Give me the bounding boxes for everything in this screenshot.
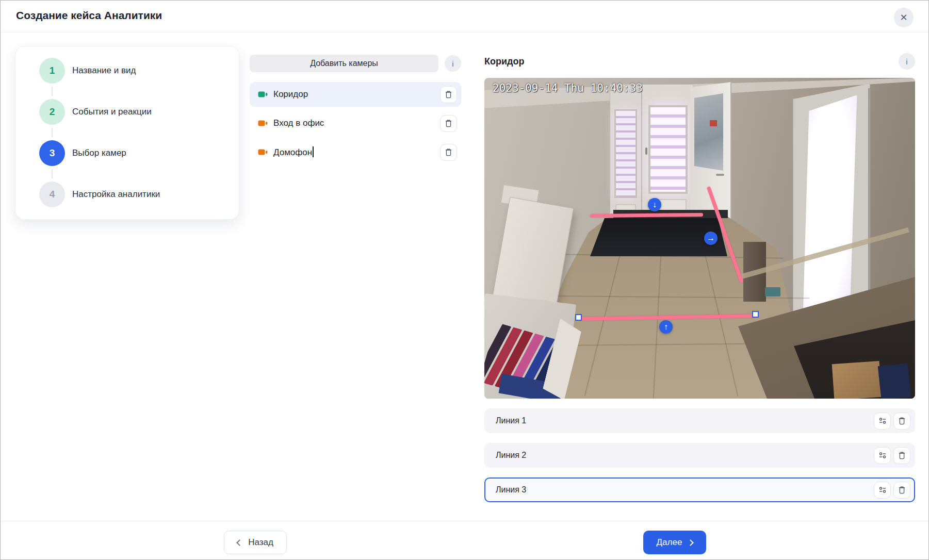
next-button[interactable]: Далее xyxy=(643,531,706,554)
dialog-footer: Назад Далее xyxy=(1,521,928,559)
preview-info-button[interactable]: i xyxy=(899,53,915,70)
video-camera-icon xyxy=(258,149,268,156)
trash-icon xyxy=(445,90,452,98)
line-3-endpoint-handle-left[interactable] xyxy=(575,314,582,321)
scene-door-handle xyxy=(645,147,647,155)
step-connector xyxy=(52,169,53,178)
wizard-steps-card: 1 Название и вид 2 События и реакции 3 В… xyxy=(15,46,239,220)
back-button[interactable]: Назад xyxy=(224,531,287,554)
delete-camera-button[interactable] xyxy=(440,144,457,161)
step-label: События и реакции xyxy=(72,107,152,117)
video-camera-icon xyxy=(258,91,268,98)
step-connector xyxy=(52,128,53,137)
step-label: Название и вид xyxy=(72,65,136,76)
line-3-endpoint-handle-right[interactable] xyxy=(752,311,759,318)
create-analytics-case-dialog: Создание кейса Аналитики ✕ 1 Название и … xyxy=(0,0,929,560)
line-label: Линия 2 xyxy=(496,451,871,460)
step-item-3-active[interactable]: 3 Выбор камер xyxy=(39,140,239,166)
trash-icon xyxy=(898,417,906,425)
scene-teal-object xyxy=(765,287,780,297)
delete-line-button[interactable] xyxy=(893,447,910,464)
camera-list-panel: Добавить камеры i Коридор Вход в офис xyxy=(250,55,461,169)
video-frame-canvas[interactable]: ↓ → ↑ 2023-09-14 Thu 10:40:33 xyxy=(484,78,915,399)
step-number-badge: 3 xyxy=(39,140,65,166)
scene-leaf-glass xyxy=(694,93,723,171)
step-label: Настройка аналитики xyxy=(72,189,160,200)
line-settings-button[interactable] xyxy=(874,482,891,499)
step-label: Выбор камер xyxy=(72,148,126,158)
text-caret xyxy=(313,146,314,157)
trash-icon xyxy=(445,119,452,127)
line-row-2[interactable]: Линия 2 xyxy=(484,443,915,468)
trash-icon xyxy=(445,148,452,156)
camera-preview-panel: Коридор i xyxy=(484,50,915,502)
info-icon: i xyxy=(906,57,907,66)
delete-camera-button[interactable] xyxy=(440,86,457,103)
scene-navy-box xyxy=(878,363,911,399)
sliders-icon xyxy=(878,451,887,459)
step-item-2[interactable]: 2 События и реакции xyxy=(39,99,239,125)
trash-icon xyxy=(898,451,906,459)
line-settings-button[interactable] xyxy=(874,447,891,464)
line-row-3-selected[interactable]: Линия 3 xyxy=(484,477,915,502)
step-number-badge: 2 xyxy=(39,99,65,125)
camera-row-koridor[interactable]: Коридор xyxy=(250,82,461,107)
line-row-1[interactable]: Линия 1 xyxy=(484,408,915,433)
cameras-info-button[interactable]: i xyxy=(445,55,461,72)
dialog-header: Создание кейса Аналитики ✕ xyxy=(1,1,928,32)
line-label: Линия 1 xyxy=(496,416,871,425)
video-timestamp: 2023-09-14 Thu 10:40:33 xyxy=(493,82,643,94)
scene-red-sign xyxy=(710,120,717,126)
step-number-badge: 4 xyxy=(39,182,65,207)
delete-line-button[interactable] xyxy=(893,482,910,499)
page-title: Создание кейса Аналитики xyxy=(16,9,162,22)
scene-main-door xyxy=(641,85,693,220)
line-1-direction-arrow[interactable]: ↓ xyxy=(648,198,661,211)
sliders-icon xyxy=(878,486,887,494)
trash-icon xyxy=(898,486,906,494)
close-button[interactable]: ✕ xyxy=(894,8,914,27)
camera-row-domofon[interactable]: Домофон xyxy=(250,140,461,164)
preview-camera-title: Коридор xyxy=(484,56,524,67)
close-icon: ✕ xyxy=(900,12,907,23)
add-cameras-button[interactable]: Добавить камеры xyxy=(250,55,438,72)
chevron-right-icon xyxy=(688,539,694,546)
delete-line-button[interactable] xyxy=(893,413,910,430)
info-icon: i xyxy=(452,59,453,68)
video-camera-icon xyxy=(258,120,268,127)
camera-name: Вход в офис xyxy=(273,118,440,128)
step-connector xyxy=(52,87,53,96)
step-item-4[interactable]: 4 Настройка аналитики xyxy=(39,182,239,207)
scene-door-blinds xyxy=(648,105,688,194)
camera-row-vhod-v-ofis[interactable]: Вход в офис xyxy=(250,111,461,136)
line-settings-button[interactable] xyxy=(874,413,891,430)
camera-name: Коридор xyxy=(273,89,440,100)
chevron-left-icon xyxy=(236,539,243,546)
sliders-icon xyxy=(878,417,887,425)
step-item-1[interactable]: 1 Название и вид xyxy=(39,58,239,84)
line-2-direction-arrow[interactable]: → xyxy=(704,232,718,245)
scene-sidelight-blinds xyxy=(614,109,637,198)
line-label: Линия 3 xyxy=(496,485,871,495)
camera-name-editing[interactable]: Домофон xyxy=(273,146,440,158)
scene-cardboard-box xyxy=(832,361,882,399)
line-3-direction-arrow[interactable]: ↑ xyxy=(659,320,673,334)
scene-leaf-handle xyxy=(716,174,724,176)
delete-camera-button[interactable] xyxy=(440,115,457,132)
step-number-badge: 1 xyxy=(39,58,65,84)
